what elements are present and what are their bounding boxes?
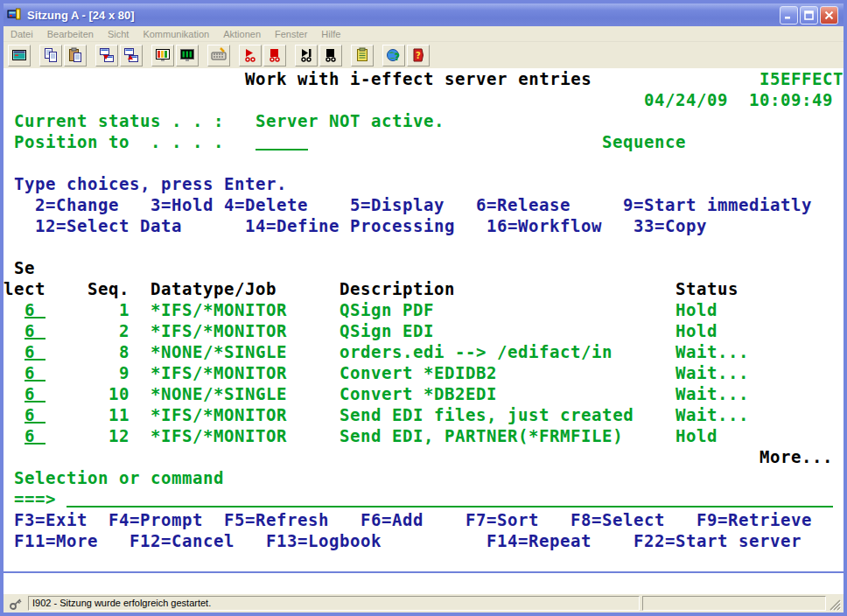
macro-record-icon [242,47,258,63]
row2-status: Hold [676,320,718,341]
macro-play-button[interactable] [295,45,318,66]
row3-select-field[interactable]: 6 [24,341,46,360]
receive-file-icon [123,47,139,63]
receive-file-button[interactable] [120,45,143,66]
command-input[interactable] [66,488,833,508]
new-session-icon [11,47,27,63]
send-file-button[interactable] [95,45,118,66]
send-file-icon [99,47,115,63]
connection-status-icon [6,596,25,612]
menu-bearbeiten[interactable]: Bearbeiten [40,26,101,42]
color-setup-button[interactable] [151,45,174,66]
keyboard-setup-button[interactable] [207,45,230,66]
fkey-f7-sort: F7=Sort [466,509,539,530]
copy-button[interactable] [39,45,62,66]
option-33-copy: 33=Copy [634,215,707,236]
row5-seq: 10 [108,383,130,404]
menu-bar: Datei Bearbeiten Sicht Kommunikation Akt… [4,26,844,42]
screen-title: Work with i-effect server entries [245,68,592,89]
menu-kommunikation[interactable]: Kommunikation [136,26,216,42]
paste-icon [67,47,83,63]
row2-description: QSign EDI [340,320,434,341]
fkey-f8-select: F8=Select [570,509,665,530]
row5-datatype: *NONE/*SINGLE [150,383,287,404]
status-extra-panel [642,596,826,611]
macro-play-icon [298,47,314,63]
row2-select-field[interactable]: 6 [24,320,46,340]
terminal-screen[interactable]: Work with i-effect server entriesI5EFFEC… [4,68,844,573]
more-indicator: More... [760,446,833,467]
selection-or-command-label: Selection or command [14,467,224,488]
fkey-f13-logbook: F13=Logbook [266,530,382,551]
row7-status: Hold [676,425,718,446]
menu-sicht[interactable]: Sicht [101,26,136,42]
menu-hilfe[interactable]: Hilfe [314,26,347,42]
option-16-workflow: 16=Workflow [486,215,602,236]
menu-aktionen[interactable]: Aktionen [216,26,268,42]
row3-seq: 8 [119,341,130,362]
col-header-seq: Seq. [88,278,130,299]
resize-grip[interactable] [829,596,841,611]
paste-button[interactable] [64,45,87,66]
option-5-display: 5=Display [350,194,444,215]
row4-datatype: *IFS/*MONITOR [150,362,287,383]
window-title: Sitzung A - [24 x 80] [27,9,780,22]
row7-description: Send EDI, PARTNER(*FRMFILE) [340,425,623,446]
display-setup-button[interactable] [176,45,199,66]
row1-description: QSign PDF [340,299,434,320]
maximize-button[interactable] [800,6,818,24]
instructions: Type choices, press Enter. [14,173,287,194]
color-setup-icon [155,47,171,63]
fkey-f6-add: F6=Add [360,509,424,530]
row6-description: Send EDI files, just created [340,404,634,425]
command-prompt: ===> [14,488,56,509]
status-bar: I902 - Sitzung wurde erfolgreich gestart… [4,593,844,612]
option-12-select-data: 12=Select Data [35,215,182,236]
current-status-value: Server NOT active. [256,110,444,131]
row5-description: Convert *DB2EDI [340,383,497,404]
row6-select-field[interactable]: 6 [24,404,46,424]
fkey-f11-more: F11=More [14,530,98,551]
fkey-f4-prompt: F4=Prompt [108,509,203,530]
row1-select-field[interactable]: 6 [24,299,46,318]
row6-seq: 11 [108,404,130,425]
date-time: 04/24/09 10:09:49 [644,89,833,110]
row7-select-field[interactable]: 6 [24,425,46,444]
notes-button[interactable] [351,45,374,66]
help-icon: ? [410,47,426,63]
col-header-datatype: Datatype/Job [150,278,276,299]
macro-stop-button[interactable] [263,45,286,66]
macro-pause-button[interactable] [319,45,342,66]
window-controls [780,6,838,24]
title-bar: Sitzung A - [24 x 80] [4,4,844,26]
row4-seq: 9 [119,362,130,383]
program-name: I5EFFECT [760,68,844,89]
minimize-button[interactable] [780,6,798,24]
row7-datatype: *IFS/*MONITOR [150,425,287,446]
row2-seq: 2 [119,320,130,341]
menu-datei[interactable]: Datei [4,26,40,42]
col-header-description: Description [340,278,455,299]
position-to-input[interactable] [256,131,308,150]
session-window: Sitzung A - [24 x 80] Datei Bearbeiten S… [0,0,847,616]
macro-record-button[interactable] [239,45,262,66]
new-session-button[interactable] [8,45,31,66]
col-header-select-1: Se [14,257,35,278]
online-help-button[interactable]: ? [382,45,405,66]
notes-icon [354,47,370,63]
help-button[interactable]: ? [407,45,430,66]
copy-icon [43,47,59,63]
svg-text:?: ? [416,51,421,60]
row6-datatype: *IFS/*MONITOR [150,404,287,425]
macro-stop-icon [267,47,283,63]
position-to-label: Position to . . . . [14,131,224,152]
keyboard-setup-icon [211,47,227,63]
row4-select-field[interactable]: 6 [24,362,46,382]
status-message-panel: I902 - Sitzung wurde erfolgreich gestart… [28,596,640,611]
status-message: I902 - Sitzung wurde erfolgreich gestart… [32,598,211,608]
menu-fenster[interactable]: Fenster [268,26,314,42]
close-button[interactable] [820,6,838,24]
fkey-f5-refresh: F5=Refresh [224,509,329,530]
row4-description: Convert *EDIDB2 [340,362,497,383]
row5-select-field[interactable]: 6 [24,383,46,402]
